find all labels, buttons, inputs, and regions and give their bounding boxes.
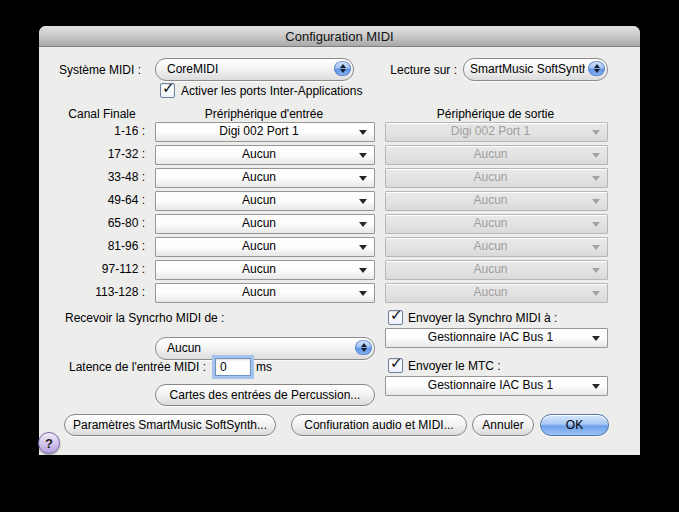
input-device-select[interactable]: Digi 002 Port 1 (155, 122, 375, 142)
system-midi-value: CoreMIDI (156, 59, 331, 80)
channel-row-label: 17-32 : (39, 147, 145, 161)
input-device-select[interactable]: Aucun (155, 191, 375, 211)
playback-value: SmartMusic SoftSynth (464, 59, 585, 80)
midi-configuration-dialog: Configuration MIDI Système MIDI : CoreMI… (39, 26, 640, 455)
dropdown-arrow-icon (359, 153, 367, 158)
input-device-select[interactable]: Aucun (155, 237, 375, 257)
question-mark-icon: ? (45, 436, 53, 451)
dropdown-arrow-icon (592, 245, 600, 250)
send-mtc-label: Envoyer le MTC : (408, 359, 501, 373)
input-device-select[interactable]: Aucun (155, 145, 375, 165)
output-column-header: Périphérique de sortie (385, 107, 606, 121)
channel-row-label: 113-128 : (39, 285, 145, 299)
system-midi-label: Système MIDI : (41, 63, 141, 77)
channel-row-label: 97-112 : (39, 262, 145, 276)
playback-label: Lecture sur : (357, 63, 457, 77)
dropdown-arrow-icon (592, 130, 600, 135)
input-column-header: Prériphérique d'entrée (155, 107, 373, 121)
softsynth-settings-button[interactable]: Paramètres SmartMusic SoftSynth... (64, 414, 276, 436)
output-device-select: Aucun (385, 145, 608, 165)
dropdown-arrow-icon (359, 222, 367, 227)
output-device-select: Aucun (385, 191, 608, 211)
checkmark-icon: ✓ (390, 354, 403, 372)
output-device-select: Aucun (385, 168, 608, 188)
send-sync-select[interactable]: Gestionnaire IAC Bus 1 (385, 328, 608, 348)
stepper-icon (355, 340, 372, 355)
dropdown-arrow-icon (592, 291, 600, 296)
input-device-select[interactable]: Aucun (155, 283, 375, 303)
cancel-button[interactable]: Annuler (472, 414, 534, 436)
output-device-select: Aucun (385, 237, 608, 257)
dropdown-arrow-icon (592, 176, 600, 181)
send-sync-checkbox[interactable]: ✓ (388, 310, 403, 325)
dropdown-arrow-icon (359, 130, 367, 135)
playback-select[interactable]: SmartMusic SoftSynth (463, 58, 608, 81)
channel-row-label: 1-16 : (39, 124, 145, 138)
latency-input[interactable] (215, 358, 251, 376)
dropdown-arrow-icon (592, 268, 600, 273)
stepper-icon (334, 61, 351, 76)
help-button[interactable]: ? (38, 432, 60, 454)
dropdown-arrow-icon (592, 222, 600, 227)
channel-row-label: 81-96 : (39, 239, 145, 253)
ok-button[interactable]: OK (540, 414, 609, 436)
output-device-select: Aucun (385, 214, 608, 234)
inter-apps-label: Activer les ports Inter-Applications (181, 84, 362, 98)
percussion-maps-button[interactable]: Cartes des entrées de Percussion... (155, 384, 375, 406)
send-sync-label: Envoyer la Synchro MIDI à : (408, 311, 557, 325)
send-mtc-select[interactable]: Gestionnaire IAC Bus 1 (385, 376, 608, 396)
output-device-select: Aucun (385, 283, 608, 303)
channel-row-label: 49-64 : (39, 193, 145, 207)
dropdown-arrow-icon (592, 384, 600, 389)
send-mtc-checkbox[interactable]: ✓ (388, 358, 403, 373)
dropdown-arrow-icon (592, 199, 600, 204)
dropdown-arrow-icon (359, 199, 367, 204)
output-device-select: Aucun (385, 260, 608, 280)
inter-apps-checkbox[interactable]: ✓ (160, 83, 175, 98)
dropdown-arrow-icon (359, 176, 367, 181)
channel-column-header: Canal Finale (49, 107, 155, 121)
input-device-select[interactable]: Aucun (155, 260, 375, 280)
receive-sync-select[interactable]: Aucun (155, 337, 375, 360)
channel-row-label: 65-80 : (39, 216, 145, 230)
input-device-select[interactable]: Aucun (155, 168, 375, 188)
input-device-select[interactable]: Aucun (155, 214, 375, 234)
receive-sync-value: Aucun (156, 338, 352, 359)
audio-midi-config-button[interactable]: Confiuration audio et MIDI... (291, 414, 467, 436)
dropdown-arrow-icon (359, 245, 367, 250)
title-bar[interactable]: Configuration MIDI (39, 26, 640, 47)
channel-row-label: 33-48 : (39, 170, 145, 184)
checkmark-icon: ✓ (390, 306, 403, 324)
checkmark-icon: ✓ (162, 79, 175, 97)
dropdown-arrow-icon (359, 268, 367, 273)
dropdown-arrow-icon (592, 153, 600, 158)
system-midi-select[interactable]: CoreMIDI (155, 58, 354, 81)
dropdown-arrow-icon (592, 336, 600, 341)
latency-unit: ms (256, 360, 272, 374)
dropdown-arrow-icon (359, 291, 367, 296)
window-title: Configuration MIDI (285, 29, 393, 44)
latency-label: Latence de l'entrée MIDI : (69, 360, 206, 374)
stepper-icon (588, 61, 605, 76)
receive-sync-label: Recevoir la Syncrho MIDI de : (65, 311, 224, 325)
output-device-select: Digi 002 Port 1 (385, 122, 608, 142)
